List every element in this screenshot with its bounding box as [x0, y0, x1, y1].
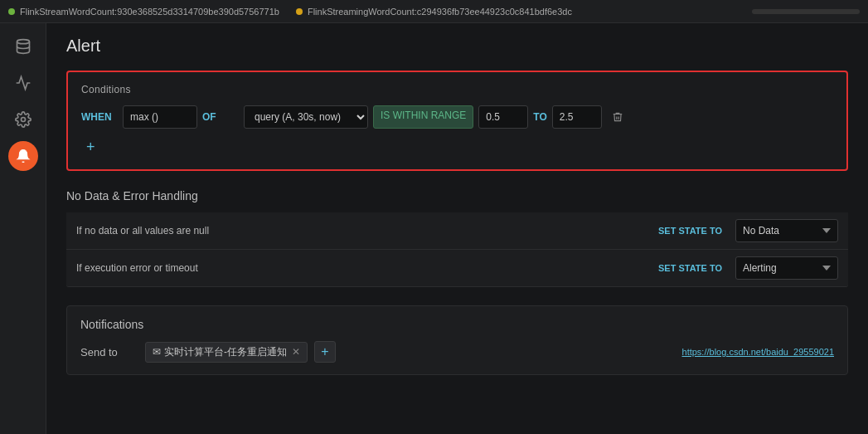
notifications-section: Notifications Send to ✉ 实时计算平台-任务重启通知 ✕ …: [66, 305, 848, 375]
nodata-text-2: If execution error or timeout: [76, 262, 639, 274]
tab1-label: FlinkStreamWordCount:930e368525d3314709b…: [20, 7, 279, 17]
state-select-1[interactable]: No Data Alerting Keep Last State OK: [735, 219, 838, 242]
sidebar-icon-bell[interactable]: [8, 141, 38, 171]
nodata-row-1: If no data or all values are null SET ST…: [66, 212, 848, 250]
svg-point-1: [21, 118, 25, 122]
state-select-2[interactable]: Alerting No Data Keep Last State OK: [735, 256, 838, 280]
within-range-label: IS WITHIN RANGE: [373, 105, 473, 129]
notif-tag-icon: ✉: [153, 346, 161, 358]
condition-row: WHEN OF query (A, 30s, now) IS WITHIN RA…: [81, 105, 833, 129]
range-to-input[interactable]: [552, 105, 602, 129]
add-condition-button[interactable]: +: [81, 137, 100, 158]
add-notification-button[interactable]: +: [314, 341, 336, 363]
conditions-label: Conditions: [81, 84, 833, 95]
notif-tag-text: 实时计算平台-任务重启通知: [164, 345, 287, 359]
url-link[interactable]: https://blog.csdn.net/baidu_29559021: [682, 347, 834, 357]
scrollbar[interactable]: [752, 9, 860, 14]
tab2-dot: [296, 8, 303, 15]
topbar: FlinkStreamWordCount:930e368525d3314709b…: [0, 0, 868, 23]
notif-row: Send to ✉ 实时计算平台-任务重启通知 ✕ + https://blog…: [80, 341, 834, 363]
sidebar-icon-database[interactable]: [8, 32, 38, 61]
range-from-input[interactable]: [478, 105, 528, 129]
send-to-label: Send to: [80, 346, 138, 358]
notif-tag: ✉ 实时计算平台-任务重启通知 ✕: [145, 342, 308, 363]
conditions-section: Conditions WHEN OF query (A, 30s, now) I…: [66, 71, 848, 171]
set-state-label-2: SET STATE TO: [647, 263, 722, 273]
tab1-dot: [8, 8, 15, 15]
page-title: Alert: [66, 37, 848, 56]
sidebar-icon-gear[interactable]: [8, 105, 38, 134]
tab-1[interactable]: FlinkStreamWordCount:930e368525d3314709b…: [8, 7, 279, 17]
content-area: Alert Conditions WHEN OF query (A, 30s, …: [46, 23, 868, 434]
sidebar: [0, 23, 46, 434]
notifications-title: Notifications: [80, 318, 834, 331]
of-label: OF: [202, 111, 239, 123]
nodata-text-1: If no data or all values are null: [76, 225, 639, 237]
query-select[interactable]: query (A, 30s, now): [244, 105, 368, 129]
svg-point-0: [17, 40, 29, 44]
notif-tag-close[interactable]: ✕: [292, 346, 300, 358]
set-state-label-1: SET STATE TO: [647, 226, 722, 236]
to-label: TO: [533, 111, 546, 123]
tab-2[interactable]: FlinkStreamingWordCount:c294936fb73ee449…: [296, 7, 572, 17]
delete-condition-button[interactable]: [607, 110, 628, 124]
main-layout: Alert Conditions WHEN OF query (A, 30s, …: [0, 23, 868, 434]
when-label: WHEN: [81, 111, 118, 123]
nodata-title: No Data & Error Handling: [66, 189, 848, 202]
sidebar-icon-chart[interactable]: [8, 68, 38, 98]
field-input[interactable]: [123, 105, 197, 129]
tab2-label: FlinkStreamingWordCount:c294936fb73ee449…: [308, 7, 572, 17]
nodata-section: No Data & Error Handling If no data or a…: [66, 189, 848, 287]
nodata-row-2: If execution error or timeout SET STATE …: [66, 250, 848, 287]
